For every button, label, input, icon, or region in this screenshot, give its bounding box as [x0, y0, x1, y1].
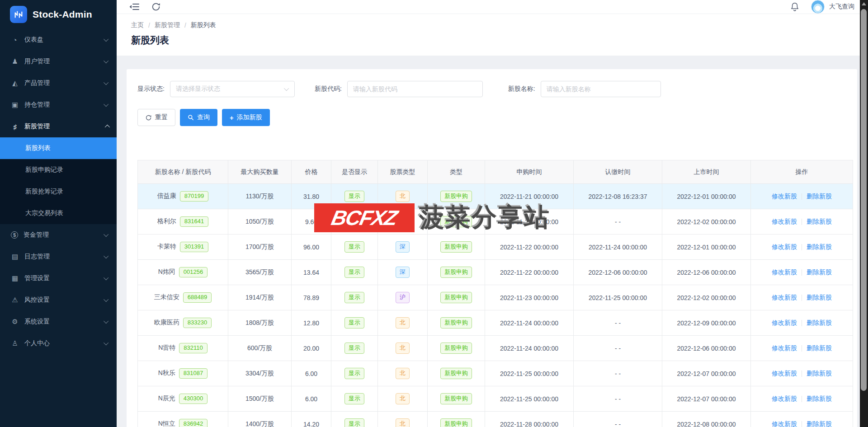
edit-stock-link[interactable]: 修改新股 — [772, 192, 797, 201]
scrollbar-up-arrow-icon[interactable] — [862, 2, 866, 5]
stock-name: N雷特 — [158, 344, 175, 352]
edit-stock-link[interactable]: 修改新股 — [772, 218, 797, 226]
sidebar-subitem-active[interactable]: 新股列表 — [0, 137, 117, 159]
market-type-tag: 北 — [396, 418, 410, 427]
max-buy-quantity: 1914/万股 — [228, 285, 292, 310]
action-divider — [802, 193, 802, 200]
list-time: 2022-12-01 00:00:00 — [662, 235, 751, 260]
table-row: N雷特 832110 600/万股 20.00 显示 北 新股申购 2022-1… — [138, 336, 853, 361]
sidebar-item-positions[interactable]: ▣ 持仓管理 — [0, 94, 117, 116]
user-name[interactable]: 大飞查询 — [829, 3, 854, 11]
search-button[interactable]: 查询 — [180, 109, 217, 126]
price: 78.89 — [292, 285, 331, 310]
sidebar-item-new-stock[interactable]: ♯ 新股管理 — [0, 116, 117, 137]
notification-bell-icon[interactable] — [790, 2, 799, 12]
breadcrumb-separator: / — [148, 22, 150, 29]
filter-name-group: 新股名称: — [508, 81, 661, 97]
price: 31.80 — [292, 184, 331, 209]
show-status-tag: 显示 — [344, 418, 364, 427]
max-buy-quantity: 1050/万股 — [228, 209, 292, 235]
sidebar-item-logs[interactable]: ▤ 日志管理 — [0, 246, 117, 267]
edit-stock-link[interactable]: 修改新股 — [772, 344, 797, 352]
sidebar-subitem[interactable]: 新股抢筹记录 — [0, 181, 117, 202]
add-stock-button[interactable]: + 添加新股 — [222, 109, 270, 126]
search-icon — [188, 114, 194, 121]
sidebar-item-label: 日志管理 — [24, 253, 50, 261]
content: 显示状态: 请选择显示状态 新股代码: 新股名称: — [117, 56, 868, 427]
edit-stock-link[interactable]: 修改新股 — [772, 395, 797, 403]
delete-stock-link[interactable]: 删除新股 — [807, 344, 832, 352]
max-buy-quantity: 1400/万股 — [228, 412, 292, 427]
edit-stock-link[interactable]: 修改新股 — [772, 319, 797, 327]
delete-stock-link[interactable]: 删除新股 — [807, 395, 832, 403]
chevron-down-icon — [104, 297, 108, 302]
plus-icon: + — [230, 114, 234, 121]
column-header: 是否显示 — [331, 160, 378, 184]
delete-stock-link[interactable]: 删除新股 — [807, 420, 832, 427]
sidebar-subitem[interactable]: 大宗交易列表 — [0, 202, 117, 224]
stock-name: N秋乐 — [158, 369, 175, 377]
edit-stock-link[interactable]: 修改新股 — [772, 370, 797, 378]
delete-stock-link[interactable]: 删除新股 — [807, 218, 832, 226]
pay-time: - - — [574, 310, 662, 336]
stock-code-tag: 831641 — [180, 216, 208, 226]
stock-code-tag: 833230 — [183, 318, 212, 328]
sidebar-item-system-settings[interactable]: ⚙ 系统设置 — [0, 311, 117, 333]
price: 6.00 — [292, 361, 331, 386]
column-header: 类型 — [428, 160, 485, 184]
sidebar-item-funds[interactable]: $ 资金管理 — [0, 224, 117, 246]
purchase-type-tag: 新股申购 — [440, 393, 472, 404]
stock-code-tag: 836942 — [179, 419, 208, 427]
edit-stock-link[interactable]: 修改新股 — [772, 294, 797, 302]
delete-stock-link[interactable]: 删除新股 — [807, 294, 832, 302]
breadcrumb-home[interactable]: 主页 — [131, 21, 144, 29]
collapse-sidebar-icon[interactable] — [128, 1, 140, 13]
delete-stock-link[interactable]: 删除新股 — [807, 370, 832, 378]
sidebar-item-risk-settings[interactable]: ⚠ 风控设置 — [0, 289, 117, 311]
reset-button[interactable]: 重置 — [137, 109, 175, 126]
price: 12.80 — [292, 310, 331, 336]
sidebar-subitem[interactable]: 新股申购记录 — [0, 159, 117, 181]
sidebar-item-products[interactable]: ◭ 产品管理 — [0, 72, 117, 94]
column-header: 新股名称 / 新股代码 — [138, 160, 228, 184]
stock-code-input[interactable] — [347, 81, 483, 97]
table-row: N炜冈 001256 3565/万股 13.64 显示 深 新股申购 2022-… — [138, 260, 853, 285]
chevron-down-icon — [104, 58, 108, 63]
sidebar-item-dashboard[interactable]: ◔ 仪表盘 — [0, 29, 117, 51]
stock-code-tag: 688489 — [183, 292, 212, 302]
column-header: 上市时间 — [662, 160, 751, 184]
show-status-tag: 显示 — [344, 216, 364, 227]
logo-row: Stock-Admin — [0, 0, 117, 29]
column-header: 申购时间 — [485, 160, 574, 184]
status-select[interactable]: 请选择显示状态 — [170, 81, 295, 97]
edit-stock-link[interactable]: 修改新股 — [772, 420, 797, 427]
max-buy-quantity: 1808/万股 — [228, 310, 292, 336]
stock-code-tag: 430300 — [179, 394, 208, 404]
system-icon: ⚙ — [11, 318, 19, 326]
reset-button-label: 重置 — [155, 113, 168, 122]
user-avatar[interactable] — [811, 0, 825, 14]
market-type-tag: 沪 — [396, 292, 410, 303]
sidebar-item-admin-settings[interactable]: ▦ 管理设置 — [0, 267, 117, 289]
market-type-tag: 北 — [396, 191, 410, 202]
edit-stock-link[interactable]: 修改新股 — [772, 268, 797, 277]
delete-stock-link[interactable]: 删除新股 — [807, 319, 832, 327]
dashboard-icon: ◔ — [11, 36, 19, 44]
sidebar-item-users[interactable]: ♟ 用户管理 — [0, 51, 117, 72]
delete-stock-link[interactable]: 删除新股 — [807, 192, 832, 201]
refresh-icon[interactable] — [150, 1, 162, 13]
app-logo-icon — [10, 6, 27, 23]
sidebar-item-profile[interactable]: ♙ 个人中心 — [0, 333, 117, 354]
show-status-tag: 显示 — [344, 267, 364, 277]
window-scrollbar[interactable] — [860, 0, 868, 427]
edit-stock-link[interactable]: 修改新股 — [772, 243, 797, 251]
stock-name-input[interactable] — [541, 81, 661, 97]
sidebar-item-label: 持仓管理 — [24, 101, 50, 109]
chevron-down-icon — [104, 319, 108, 324]
stock-code-tag: 001256 — [179, 267, 208, 277]
delete-stock-link[interactable]: 删除新股 — [807, 268, 832, 277]
scrollbar-thumb[interactable] — [861, 9, 867, 391]
delete-stock-link[interactable]: 删除新股 — [807, 243, 832, 251]
breadcrumb-new-stock-management[interactable]: 新股管理 — [155, 21, 180, 29]
stock-name: 格利尔 — [157, 217, 176, 225]
